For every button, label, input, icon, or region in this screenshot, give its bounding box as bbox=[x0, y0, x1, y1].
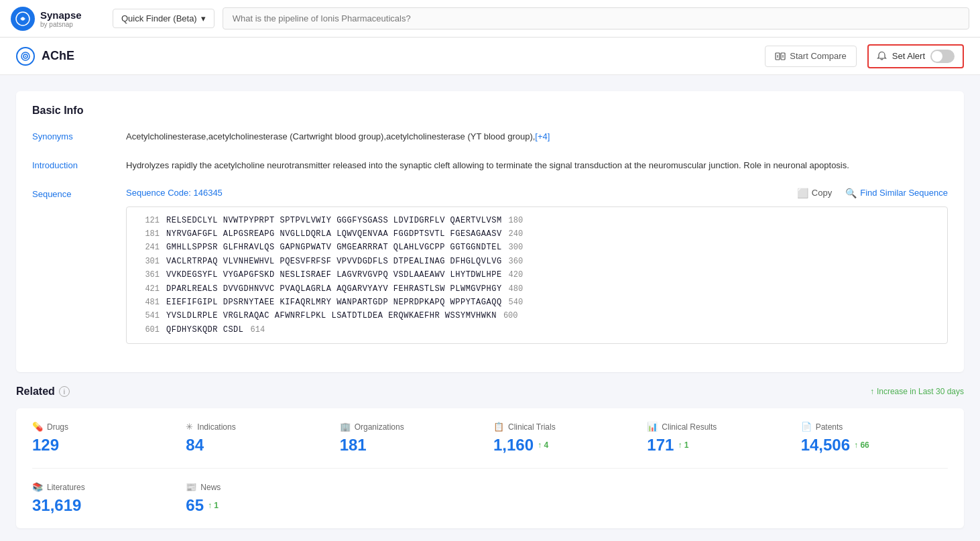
increase-tag: ↑ 1 bbox=[208, 501, 219, 510]
related-header: Related i ↑ Increase in Last 30 days bbox=[16, 385, 964, 398]
increase-tag: ↑ 1 bbox=[678, 440, 688, 450]
sequence-line: 601QFDHYSKQDR CSDL614 bbox=[136, 323, 938, 337]
quick-finder-dropdown[interactable]: Quick Finder (Beta) ▾ bbox=[113, 9, 215, 28]
sequence-label: Sequence bbox=[32, 188, 99, 199]
related-item-label: Clinical Trials bbox=[508, 422, 556, 432]
related-section: Related i ↑ Increase in Last 30 days 💊 D… bbox=[16, 385, 964, 528]
chevron-down-icon: ▾ bbox=[201, 13, 206, 23]
divider bbox=[32, 468, 948, 469]
seq-end-num: 480 bbox=[509, 282, 532, 296]
related-item-label: Clinical Results bbox=[662, 422, 717, 432]
copy-icon: ⬜ bbox=[797, 188, 808, 198]
seq-start-num: 481 bbox=[136, 296, 160, 309]
related-item[interactable]: 📰 News 65↑ 1 bbox=[186, 482, 332, 515]
seq-content: QFDHYSKQDR CSDL bbox=[166, 323, 244, 337]
logo-area: Synapse by patsnap bbox=[11, 7, 105, 31]
sequence-line: 301VACLRTRPAQ VLVNHEWHVL PQESVFRFSF VPVV… bbox=[136, 255, 938, 268]
increase-badge: ↑ Increase in Last 30 days bbox=[870, 387, 964, 396]
basic-info-card: Basic Info Synonyms Acetylcholinesterase… bbox=[16, 91, 964, 372]
brand-sub: by patsnap bbox=[40, 21, 82, 28]
related-grid-row2: 📚 Literatures 31,619 📰 News 65↑ 1 bbox=[32, 482, 948, 515]
seq-end-num: 300 bbox=[509, 241, 532, 254]
related-info-icon[interactable]: i bbox=[59, 386, 70, 397]
seq-content: NYRVGAFGFL ALPGSREAPG NVGLLDQRLA LQWVQEN… bbox=[166, 227, 502, 241]
svg-point-1 bbox=[21, 17, 25, 20]
find-similar-button[interactable]: 🔍 Find Similar Sequence bbox=[845, 188, 948, 198]
seq-content: DPARLREALS DVVGDHNVVC PVAQLAGRLA AQGARVY… bbox=[166, 282, 502, 296]
set-alert-area: Set Alert bbox=[867, 44, 964, 68]
basic-info-title: Basic Info bbox=[32, 105, 948, 117]
related-item-header: 📚 Literatures bbox=[32, 482, 179, 492]
related-title-area: Related i bbox=[16, 385, 70, 398]
synonyms-label: Synonyms bbox=[32, 130, 99, 144]
related-item-label: Organizations bbox=[355, 422, 404, 432]
svg-point-4 bbox=[25, 56, 26, 57]
page-header: AChE Start Compare Set Alert bbox=[0, 38, 980, 75]
set-alert-toggle[interactable] bbox=[930, 50, 955, 63]
seq-content: RELSEDCLYL NVWTPYPRPT SPTPVLVWIY GGGFYSG… bbox=[166, 214, 502, 227]
copy-button[interactable]: ⬜ Copy bbox=[797, 188, 832, 198]
seq-content: EIEFIFGIPL DPSRNYTAEE KIFAQRLMRY WANPART… bbox=[166, 296, 502, 309]
seq-start-num: 421 bbox=[136, 282, 160, 296]
seq-start-num: 121 bbox=[136, 214, 160, 227]
related-item-header: 💊 Drugs bbox=[32, 422, 179, 432]
synonyms-row: Synonyms Acetylcholinesterase,acetylchol… bbox=[32, 130, 948, 144]
related-item[interactable]: 💊 Drugs 129 bbox=[32, 422, 179, 455]
target-icon bbox=[16, 47, 35, 66]
related-item[interactable]: 📚 Literatures 31,619 bbox=[32, 482, 179, 515]
related-item-count: 181 bbox=[340, 436, 487, 455]
related-item-count: 65↑ 1 bbox=[186, 496, 332, 515]
seq-start-num: 601 bbox=[136, 323, 160, 337]
seq-end-num: 180 bbox=[509, 214, 532, 227]
related-item-header: 📊 Clinical Results bbox=[647, 422, 794, 432]
seq-start-num: 361 bbox=[136, 268, 160, 282]
introduction-label: Introduction bbox=[32, 159, 99, 173]
related-item-icon: 📊 bbox=[647, 422, 658, 432]
related-item-count: 129 bbox=[32, 436, 179, 455]
related-item-header: 📰 News bbox=[186, 482, 332, 492]
related-item[interactable]: 🏢 Organizations 181 bbox=[340, 422, 487, 455]
seq-end-num: 614 bbox=[251, 323, 274, 337]
related-item-header: 🏢 Organizations bbox=[340, 422, 487, 432]
related-item[interactable]: 📊 Clinical Results 171↑ 1 bbox=[647, 422, 794, 455]
related-item[interactable]: ✳ Indications 84 bbox=[186, 422, 332, 455]
introduction-row: Introduction Hydrolyzes rapidly the acet… bbox=[32, 159, 948, 173]
synonyms-more-link[interactable]: [+4] bbox=[535, 131, 550, 141]
seq-start-num: 301 bbox=[136, 255, 160, 268]
related-item-icon: ✳ bbox=[186, 422, 193, 432]
increase-tag: ↑ 66 bbox=[854, 440, 869, 450]
related-item-label: Literatures bbox=[47, 483, 85, 492]
related-card: 💊 Drugs 129 ✳ Indications 84 🏢 Organizat… bbox=[16, 408, 964, 528]
related-item-count: 14,506↑ 66 bbox=[801, 436, 948, 455]
sequence-line: 361VVKDEGSYFL VYGAPGFSKD NESLISRAEF LAGV… bbox=[136, 268, 938, 282]
search-input[interactable] bbox=[223, 7, 969, 29]
sequence-code-link[interactable]: Sequence Code: 146345 bbox=[126, 188, 223, 198]
related-item-count: 171↑ 1 bbox=[647, 436, 794, 455]
related-item-header: 📋 Clinical Trials bbox=[493, 422, 640, 432]
page-title-area: AChE bbox=[16, 47, 74, 66]
start-compare-button[interactable]: Start Compare bbox=[765, 46, 857, 67]
logo-icon bbox=[11, 7, 35, 31]
related-item-icon: 🏢 bbox=[340, 422, 351, 432]
sequence-line: 421DPARLREALS DVVGDHNVVC PVAQLAGRLA AQGA… bbox=[136, 282, 938, 296]
related-title: Related bbox=[16, 385, 55, 398]
related-item-count: 31,619 bbox=[32, 496, 179, 515]
related-item-count: 1,160↑ 4 bbox=[493, 436, 640, 455]
related-item-label: Patents bbox=[816, 422, 843, 432]
seq-end-num: 600 bbox=[503, 309, 527, 322]
related-item-header: ✳ Indications bbox=[186, 422, 332, 432]
related-item[interactable]: 📋 Clinical Trials 1,160↑ 4 bbox=[493, 422, 640, 455]
seq-content: VVKDEGSYFL VYGAPGFSKD NESLISRAEF LAGVRVG… bbox=[166, 268, 502, 282]
compare-icon bbox=[775, 51, 786, 62]
sequence-line: 181NYRVGAFGFL ALPGSREAPG NVGLLDQRLA LQWV… bbox=[136, 227, 938, 241]
page-title: AChE bbox=[42, 49, 74, 63]
related-item[interactable]: 📄 Patents 14,506↑ 66 bbox=[801, 422, 948, 455]
sequence-line: 241GMHLLSPPSR GLFHRAVLQS GAPNGPWATV GMGE… bbox=[136, 241, 938, 254]
bell-icon bbox=[877, 51, 887, 61]
sequence-header: Sequence Code: 146345 ⬜ Copy 🔍 Find Simi… bbox=[126, 188, 948, 198]
sequence-line: 121RELSEDCLYL NVWTPYPRPT SPTPVLVWIY GGGF… bbox=[136, 214, 938, 227]
sequence-box[interactable]: 121RELSEDCLYL NVWTPYPRPT SPTPVLVWIY GGGF… bbox=[126, 206, 948, 345]
arrow-up-icon: ↑ bbox=[870, 387, 874, 396]
introduction-value: Hydrolyzes rapidly the acetylcholine neu… bbox=[126, 159, 948, 173]
top-navigation: Synapse by patsnap Quick Finder (Beta) ▾ bbox=[0, 0, 980, 38]
